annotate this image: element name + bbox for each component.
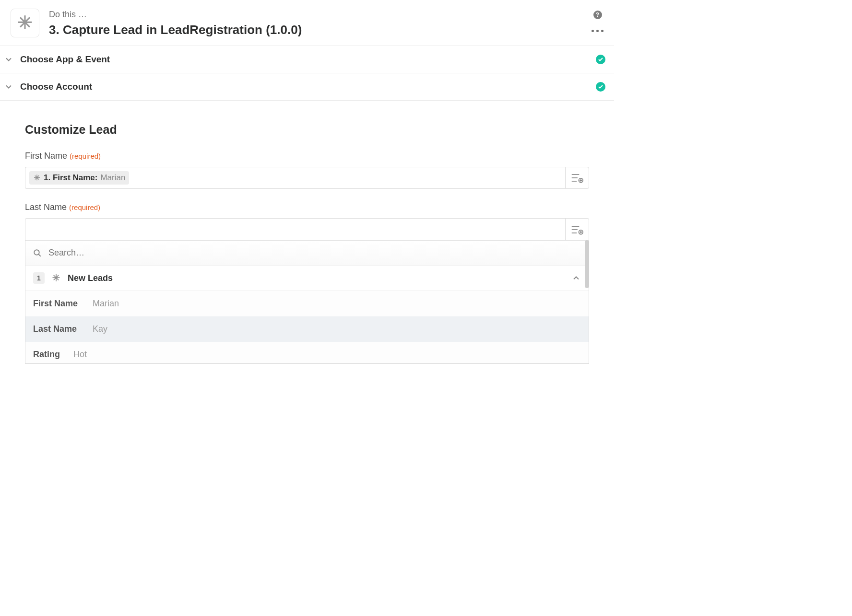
pill-key: 1. First Name:: [44, 173, 97, 183]
last-name-input[interactable]: [25, 218, 565, 240]
zapier-asterisk-icon: [33, 174, 41, 182]
customize-form: Customize Lead First Name (required) 1. …: [0, 101, 614, 364]
dropdown-option-last-name[interactable]: Last Name Kay: [25, 316, 589, 342]
label-text: Last Name: [25, 202, 67, 212]
option-key: Last Name: [33, 324, 81, 334]
section-title: Choose Account: [20, 81, 92, 92]
svg-point-12: [34, 250, 39, 255]
first-name-input[interactable]: 1. First Name: Marian: [25, 167, 565, 189]
dropdown-search-input[interactable]: [47, 247, 581, 258]
required-badge: (required): [70, 152, 101, 160]
dropdown-option-first-name[interactable]: First Name Marian: [25, 291, 589, 316]
first-name-label: First Name (required): [25, 151, 589, 161]
pill-value: Marian: [100, 173, 125, 183]
chevron-down-icon: [4, 55, 13, 64]
status-complete-icon: [596, 55, 605, 64]
zapier-asterisk-icon: [16, 14, 34, 32]
section-choose-app-event[interactable]: Choose App & Event: [0, 46, 614, 73]
form-heading: Customize Lead: [25, 123, 589, 137]
last-name-input-row: [25, 218, 589, 240]
insert-data-button[interactable]: [565, 218, 589, 240]
step-pretitle: Do this …: [49, 10, 302, 20]
insert-data-button[interactable]: [565, 167, 589, 189]
required-badge: (required): [69, 203, 100, 211]
status-complete-icon: [596, 82, 605, 92]
last-name-label: Last Name (required): [25, 202, 589, 212]
option-key: First Name: [33, 299, 81, 309]
app-logo-box: [11, 9, 39, 37]
search-icon: [33, 249, 42, 257]
source-label: New Leads: [68, 273, 113, 283]
dropdown-option-rating[interactable]: Rating Hot: [25, 342, 589, 363]
label-text: First Name: [25, 151, 67, 161]
dropdown-scrollbar[interactable]: [585, 240, 589, 288]
section-title: Choose App & Event: [20, 54, 110, 65]
dropdown-search-row: [25, 240, 589, 266]
help-icon[interactable]: ?: [593, 11, 602, 19]
step-title: 3. Capture Lead in LeadRegistration (1.0…: [49, 23, 302, 37]
chevron-up-icon: [571, 273, 581, 283]
first-name-input-row: 1. First Name: Marian: [25, 167, 589, 189]
option-value: Marian: [93, 299, 119, 309]
dropdown-source-row[interactable]: 1 New Leads: [25, 266, 589, 291]
more-menu-icon[interactable]: [592, 30, 604, 32]
option-key: Rating: [33, 349, 62, 360]
step-number-badge: 1: [33, 272, 45, 284]
section-choose-account[interactable]: Choose Account: [0, 73, 614, 101]
option-value: Kay: [93, 324, 107, 334]
step-header: Do this … 3. Capture Lead in LeadRegistr…: [0, 0, 614, 46]
field-source-dropdown: 1 New Leads First Name Marian Last Name …: [25, 240, 589, 364]
chevron-down-icon: [4, 82, 13, 92]
mapped-value-pill[interactable]: 1. First Name: Marian: [29, 171, 129, 185]
svg-line-13: [38, 254, 41, 256]
option-value: Hot: [73, 349, 87, 360]
zapier-asterisk-icon: [51, 273, 61, 283]
